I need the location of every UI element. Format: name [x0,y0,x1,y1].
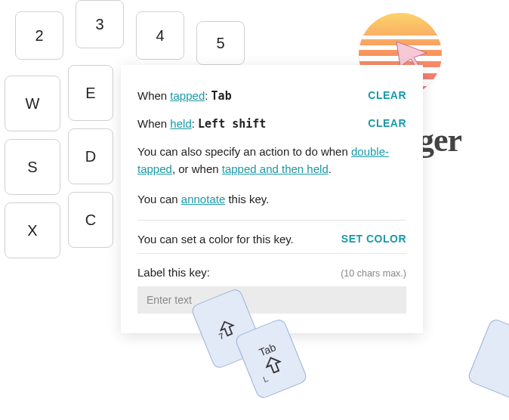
clear-tapped-button[interactable]: CLEAR [368,88,406,103]
thumb-key-right[interactable] [467,317,509,400]
key-5[interactable]: 5 [196,21,245,65]
divider [137,220,406,221]
set-color-button[interactable]: SET COLOR [341,233,406,245]
key-e[interactable]: E [68,65,113,121]
tapped-then-held-link[interactable]: tapped and then held [222,162,329,175]
key-c[interactable]: C [68,192,113,248]
annotate-link[interactable]: annotate [181,193,225,205]
extra-actions-text: You can also specify an action to do whe… [137,143,406,178]
tapped-value: Tab [211,89,232,103]
key-d[interactable]: D [68,128,113,184]
clear-held-button[interactable]: CLEAR [368,116,406,131]
divider [137,253,406,254]
held-link[interactable]: held [170,117,191,130]
key-4[interactable]: 4 [136,11,184,60]
key-config-panel: When tapped: Tab CLEAR When held: Left s… [121,65,423,333]
key-3[interactable]: 3 [76,0,124,48]
annotate-text: You can annotate this key. [137,190,406,208]
label-input[interactable] [137,286,406,313]
label-prompt: Label this key: [137,266,210,279]
tapped-definition: When tapped: Tab [137,88,368,105]
key-2[interactable]: 2 [15,11,63,60]
key-x[interactable]: X [5,202,60,258]
key-s[interactable]: S [5,139,60,195]
held-value: Left shift [198,117,266,131]
held-definition: When held: Left shift [137,116,368,133]
brand-text: ger [418,121,461,159]
key-w[interactable]: W [5,76,60,131]
label-hint: (10 chars max.) [341,268,406,279]
tapped-link[interactable]: tapped [170,89,205,102]
color-text: You can set a color for this key. [137,233,294,246]
